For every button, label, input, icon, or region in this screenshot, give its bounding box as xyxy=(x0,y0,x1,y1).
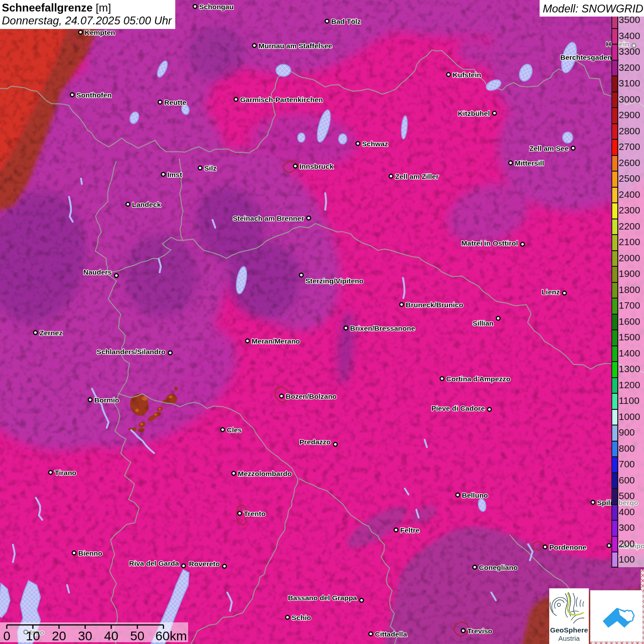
svg-text:Matrei in Osttirol: Matrei in Osttirol xyxy=(461,239,518,247)
svg-text:10: 10 xyxy=(26,629,40,642)
svg-text:Lienz: Lienz xyxy=(541,288,560,296)
svg-text:Mittersill: Mittersill xyxy=(515,159,544,167)
svg-text:Mezzolombardo: Mezzolombardo xyxy=(238,470,292,477)
svg-text:Trento: Trento xyxy=(244,510,265,518)
svg-text:Sterzing/Vipiteno: Sterzing/Vipiteno xyxy=(305,277,363,285)
svg-text:Landeck: Landeck xyxy=(132,201,161,208)
svg-text:30: 30 xyxy=(78,629,92,642)
svg-text:Rovereto: Rovereto xyxy=(189,560,220,568)
svg-text:Conegliano: Conegliano xyxy=(479,564,518,571)
svg-text:Kitzbühel: Kitzbühel xyxy=(458,109,490,117)
svg-text:Schongau: Schongau xyxy=(199,3,234,11)
svg-text:Treviso: Treviso xyxy=(467,627,492,635)
svg-text:Schlanders/Silandro: Schlanders/Silandro xyxy=(97,348,166,356)
svg-text:Riva del Garda: Riva del Garda xyxy=(129,559,179,567)
svg-text:Silz: Silz xyxy=(204,164,217,172)
svg-text:Zell am Ziller: Zell am Ziller xyxy=(395,172,439,180)
svg-text:Meran/Merano: Meran/Merano xyxy=(252,337,300,345)
svg-text:Schio: Schio xyxy=(292,614,311,621)
svg-text:Zell am See: Zell am See xyxy=(529,144,569,152)
svg-text:Bassano del Grappa: Bassano del Grappa xyxy=(288,594,357,602)
svg-text:Cles: Cles xyxy=(227,426,242,434)
svg-text:Sillian: Sillian xyxy=(472,319,494,327)
svg-text:Bruneck/Brunico: Bruneck/Brunico xyxy=(406,301,463,309)
svg-text:Belluno: Belluno xyxy=(462,491,488,499)
svg-text:Bormio: Bormio xyxy=(94,396,119,404)
svg-text:Berchtesgaden: Berchtesgaden xyxy=(560,53,612,61)
svg-text:Cittadella: Cittadella xyxy=(375,630,407,638)
svg-text:Feltre: Feltre xyxy=(400,526,420,534)
svg-text:40: 40 xyxy=(104,629,118,642)
svg-text:Brixen/Bressanone: Brixen/Bressanone xyxy=(350,324,415,332)
svg-text:Tirano: Tirano xyxy=(55,469,76,477)
svg-text:Bozen/Bolzano: Bozen/Bolzano xyxy=(286,392,337,400)
svg-text:Pordenone: Pordenone xyxy=(549,543,586,551)
svg-text:Garmisch-Partenkirchen: Garmisch-Partenkirchen xyxy=(240,96,323,104)
svg-text:Reutte: Reutte xyxy=(164,98,187,106)
svg-text:Austria: Austria xyxy=(558,634,580,642)
svg-text:20: 20 xyxy=(52,629,66,642)
svg-text:Murnau am Staffelsee: Murnau am Staffelsee xyxy=(259,42,333,50)
svg-text:Sonthofen: Sonthofen xyxy=(76,91,112,99)
svg-text:60km: 60km xyxy=(155,629,187,642)
svg-text:50: 50 xyxy=(130,629,144,642)
svg-text:Nauders: Nauders xyxy=(83,268,112,276)
svg-text:Kempten: Kempten xyxy=(85,29,115,36)
svg-text:0: 0 xyxy=(3,629,11,642)
svg-text:Kufstein: Kufstein xyxy=(453,71,481,79)
svg-text:GeoSphere: GeoSphere xyxy=(550,626,588,634)
svg-text:Bienno: Bienno xyxy=(78,549,103,557)
svg-text:Predazzo: Predazzo xyxy=(299,438,331,446)
svg-text:Zernez: Zernez xyxy=(40,329,63,337)
svg-text:Innsbruck: Innsbruck xyxy=(299,162,334,170)
svg-text:Schwaz: Schwaz xyxy=(362,140,388,148)
svg-text:Steinach am Brenner: Steinach am Brenner xyxy=(233,214,304,222)
svg-text:Pieve di Cadore: Pieve di Cadore xyxy=(431,404,485,412)
svg-text:Imst: Imst xyxy=(167,171,182,178)
svg-text:Bad Tölz: Bad Tölz xyxy=(331,17,361,25)
svg-text:Cortina d'Ampezzo: Cortina d'Ampezzo xyxy=(446,375,511,383)
